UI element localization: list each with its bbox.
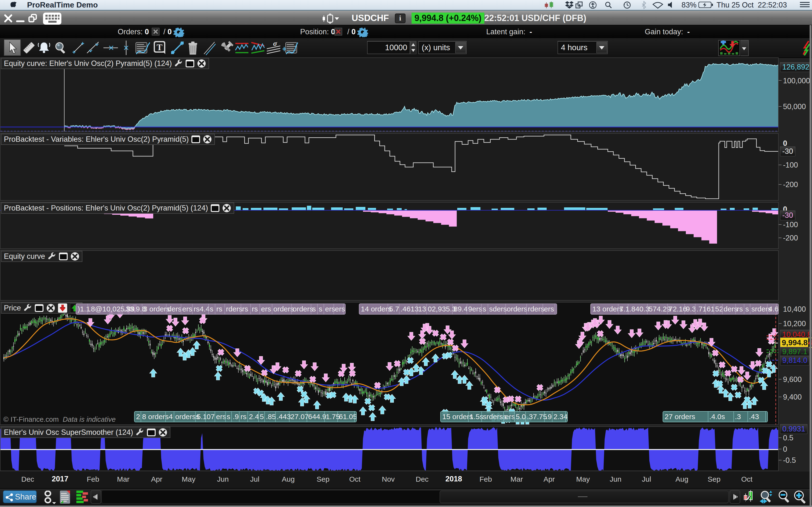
svg-text:T: T [157,43,162,52]
